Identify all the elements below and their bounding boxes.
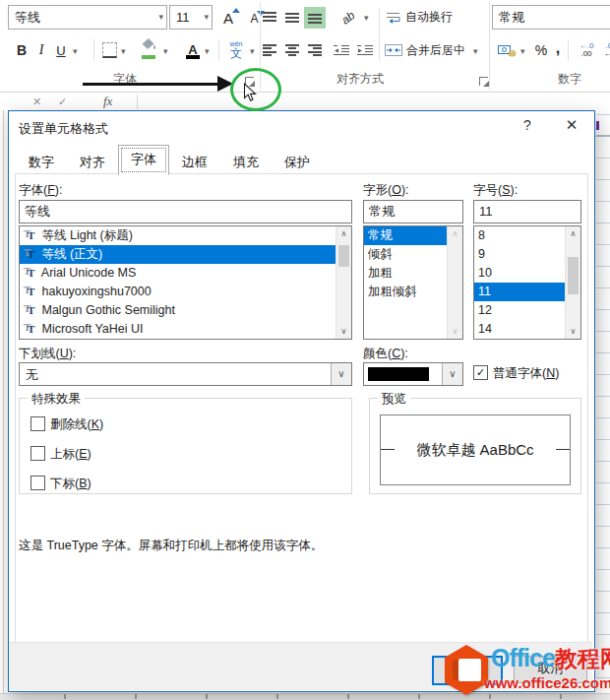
chevron-down-icon[interactable]: ▾ bbox=[204, 6, 209, 29]
chevron-down-icon[interactable]: ▾ bbox=[473, 46, 478, 56]
tab-alignment[interactable]: 对齐 bbox=[67, 149, 118, 174]
scrollbar-thumb[interactable] bbox=[338, 245, 349, 267]
wrap-text-label: 自动换行 bbox=[405, 9, 453, 26]
align-left-button[interactable] bbox=[259, 40, 280, 60]
worksheet-left-gridline bbox=[3, 110, 4, 700]
merge-center-button[interactable]: 合并后居中 bbox=[385, 38, 469, 62]
scroll-up-icon[interactable]: ∧ bbox=[336, 226, 351, 241]
truetype-icon: TT bbox=[24, 302, 38, 316]
font-list-item-selected[interactable]: TT 等线 (正文) bbox=[20, 245, 351, 264]
font-name-input[interactable]: 等线 bbox=[19, 200, 352, 223]
ribbon-divider bbox=[0, 92, 610, 93]
dialog-title: 设置单元格格式 bbox=[19, 120, 108, 138]
mouse-cursor-icon bbox=[243, 83, 258, 102]
formula-enter-icon[interactable]: ✓ bbox=[58, 95, 67, 108]
superscript-label: 上标(E) bbox=[50, 446, 92, 463]
underline-select[interactable]: 无 ∨ bbox=[19, 362, 352, 386]
ribbon: 等线 ▾ 11 ▾ A A ab ▾ bbox=[0, 0, 610, 93]
align-center-button[interactable] bbox=[281, 40, 303, 60]
alignment-dialog-launcher-icon[interactable] bbox=[479, 77, 489, 87]
font-list[interactable]: TT 等线 Light (标题) TT 等线 (正文) TT Arial Uni… bbox=[19, 225, 352, 340]
chevron-down-icon[interactable]: ▾ bbox=[205, 46, 210, 56]
decrease-decimal-button[interactable]: .00 ←.0 bbox=[601, 38, 610, 62]
superscript-checkbox[interactable] bbox=[30, 446, 45, 461]
font-list-item[interactable]: TT Microsoft YaHei UI bbox=[20, 320, 351, 339]
italic-button[interactable]: I bbox=[33, 38, 49, 62]
font-list-item[interactable]: TT hakuyoxingshu7000 bbox=[20, 283, 351, 301]
chevron-down-icon[interactable]: ∨ bbox=[442, 363, 462, 385]
chevron-down-icon[interactable]: ▾ bbox=[163, 46, 168, 56]
scroll-down-icon[interactable]: ∨ bbox=[336, 324, 351, 339]
fill-color-button[interactable] bbox=[139, 37, 160, 62]
format-cells-dialog: 设置单元格格式 ? ✕ 数字 对齐 字体 边框 填充 保护 字体(F): 字形(… bbox=[8, 110, 595, 692]
increase-font-size-button[interactable]: A bbox=[215, 6, 241, 30]
accounting-format-button[interactable] bbox=[495, 38, 518, 62]
chevron-down-icon[interactable]: ∨ bbox=[331, 363, 351, 385]
strikethrough-checkbox[interactable] bbox=[30, 416, 45, 431]
underline-button[interactable]: U bbox=[52, 38, 70, 62]
subscript-label: 下标(B) bbox=[50, 476, 92, 492]
bold-button[interactable]: B bbox=[12, 38, 31, 62]
chevron-down-icon[interactable]: ▾ bbox=[250, 46, 255, 56]
help-button[interactable]: ? bbox=[517, 117, 538, 137]
scroll-down-icon[interactable]: ∨ bbox=[566, 324, 580, 339]
comma-style-button[interactable]: , bbox=[552, 36, 564, 60]
font-list-item[interactable]: TT Arial Unicode MS bbox=[20, 264, 351, 283]
percent-style-button[interactable]: % bbox=[532, 38, 550, 62]
align-top-button[interactable] bbox=[259, 7, 280, 29]
align-middle-button[interactable] bbox=[281, 7, 303, 29]
triangle-up-icon bbox=[232, 8, 240, 13]
tab-number[interactable]: 数字 bbox=[16, 149, 67, 174]
size-list-scrollbar[interactable]: ∧ ∨ bbox=[565, 226, 580, 339]
underline-icon: U bbox=[56, 43, 65, 58]
close-icon[interactable]: ✕ bbox=[560, 116, 583, 136]
borders-icon bbox=[102, 42, 117, 58]
normal-font-label: 普通字体(N) bbox=[493, 365, 559, 382]
font-label: 字体(F): bbox=[19, 182, 62, 199]
number-format-combo[interactable]: 常规 bbox=[492, 5, 610, 30]
font-size-input[interactable]: 11 bbox=[473, 200, 581, 223]
orientation-button[interactable]: ab bbox=[334, 6, 363, 30]
chevron-down-icon[interactable]: ▾ bbox=[121, 46, 126, 56]
scroll-up-icon[interactable]: ∧ bbox=[566, 226, 580, 241]
chevron-down-icon[interactable]: ▾ bbox=[364, 13, 369, 23]
scroll-down-icon[interactable]: ∨ bbox=[448, 324, 462, 339]
font-size-combo[interactable]: 11 ▾ bbox=[169, 5, 213, 30]
style-list-scrollbar[interactable]: ∧ ∨ bbox=[447, 226, 462, 339]
tab-protection[interactable]: 保护 bbox=[272, 149, 323, 174]
formula-cancel-icon[interactable]: ✕ bbox=[32, 95, 41, 108]
align-right-button[interactable] bbox=[304, 40, 326, 60]
scrollbar-thumb[interactable] bbox=[568, 257, 579, 294]
color-select[interactable]: ∨ bbox=[363, 362, 463, 386]
font-style-list[interactable]: 常规 倾斜 加粗 加粗倾斜 ∧ ∨ bbox=[363, 225, 463, 340]
subscript-checkbox[interactable] bbox=[30, 476, 45, 490]
increase-decimal-button[interactable]: ←.0 .00 bbox=[574, 38, 599, 62]
wrap-text-button[interactable]: 自动换行 bbox=[386, 4, 472, 31]
truetype-description: 这是 TrueType 字体。屏幕和打印机上都将使用该字体。 bbox=[19, 538, 323, 554]
chevron-down-icon[interactable]: ▾ bbox=[158, 6, 163, 29]
tab-fill[interactable]: 填充 bbox=[220, 149, 272, 174]
font-color-button[interactable]: A bbox=[183, 37, 203, 62]
font-style-input[interactable]: 常规 bbox=[363, 200, 463, 223]
worksheet-selection-mark bbox=[596, 121, 599, 130]
font-list-item[interactable]: TT 等线 Light (标题) bbox=[20, 226, 351, 245]
chevron-down-icon[interactable]: ▾ bbox=[73, 46, 78, 56]
font-list-item[interactable]: TT Malgun Gothic Semilight bbox=[20, 301, 351, 320]
align-bottom-button[interactable] bbox=[304, 7, 326, 29]
chevron-down-icon[interactable]: ▾ bbox=[520, 46, 525, 56]
insert-function-icon[interactable]: fx bbox=[103, 94, 112, 109]
truetype-icon: TT bbox=[24, 265, 38, 279]
phonetic-char-icon: 文 bbox=[230, 47, 242, 60]
decrease-indent-button[interactable] bbox=[331, 40, 352, 60]
phonetic-guide-button[interactable]: wén 文 bbox=[224, 36, 248, 63]
watermark-suffix: 教程网 bbox=[555, 646, 610, 671]
tab-font[interactable]: 字体 bbox=[118, 145, 169, 175]
scroll-up-icon[interactable]: ∧ bbox=[448, 226, 462, 241]
font-name-combo[interactable]: 等线 ▾ bbox=[8, 5, 167, 30]
font-list-scrollbar[interactable]: ∧ ∨ bbox=[336, 226, 351, 339]
borders-button[interactable] bbox=[99, 39, 119, 61]
increase-indent-button[interactable] bbox=[354, 40, 376, 60]
normal-font-checkbox[interactable]: ✓ bbox=[473, 365, 488, 380]
tab-border[interactable]: 边框 bbox=[169, 149, 220, 174]
font-size-list[interactable]: 8 9 10 11 12 14 ∧ ∨ bbox=[473, 225, 581, 340]
